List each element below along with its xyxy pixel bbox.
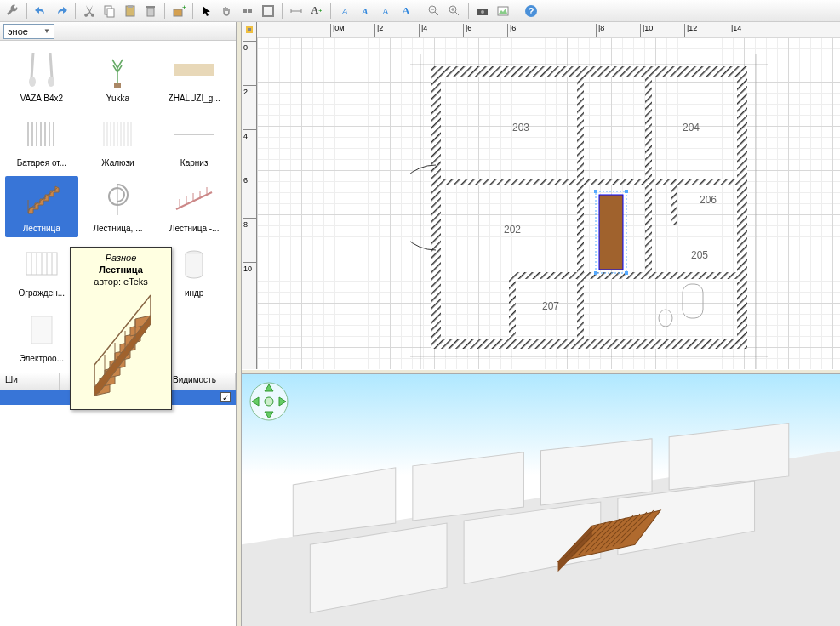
furniture-item[interactable]: Карниз xyxy=(157,111,231,172)
dimension-icon[interactable] xyxy=(287,2,306,20)
wrench-icon[interactable] xyxy=(3,2,22,20)
svg-rect-1 xyxy=(107,9,114,17)
zoom-out-icon[interactable] xyxy=(425,2,443,20)
text-style4-icon[interactable]: A xyxy=(397,2,415,20)
svg-point-12 xyxy=(481,10,484,14)
svg-point-79 xyxy=(659,310,672,327)
selected-stairs[interactable] xyxy=(594,190,628,275)
svg-text:?: ? xyxy=(529,6,534,16)
select-icon[interactable] xyxy=(197,2,216,20)
svg-rect-53 xyxy=(31,316,52,344)
svg-text:207: 207 xyxy=(542,300,559,312)
furniture-item[interactable]: Лестница -... xyxy=(157,176,231,237)
redo-icon[interactable] xyxy=(52,2,71,20)
furniture-item[interactable]: Лестница, ... xyxy=(82,176,155,237)
copy-icon[interactable] xyxy=(100,2,119,20)
undo-icon[interactable] xyxy=(31,2,50,20)
furniture-item[interactable]: Батарея от... xyxy=(5,111,78,172)
furniture-item[interactable]: Yukka xyxy=(82,46,155,107)
svg-text:204: 204 xyxy=(683,122,700,134)
view-3d[interactable] xyxy=(242,374,840,626)
svg-marker-114 xyxy=(94,316,151,396)
furniture-item[interactable]: Жалюзи xyxy=(82,111,155,172)
svg-rect-13 xyxy=(498,7,508,15)
delete-icon[interactable] xyxy=(141,2,160,20)
svg-point-85 xyxy=(265,397,273,406)
photo-icon[interactable] xyxy=(494,2,512,20)
pan-icon[interactable] xyxy=(218,2,237,20)
svg-rect-76 xyxy=(594,271,597,275)
category-dropdown[interactable]: эное xyxy=(3,24,54,39)
svg-rect-4 xyxy=(147,8,154,16)
plan-view[interactable]: |0м|2|4|6|6|8|10|12|14 0246810 xyxy=(242,22,840,369)
right-panel: |0м|2|4|6|6|8|10|12|14 0246810 xyxy=(242,22,840,626)
svg-text:+: + xyxy=(182,4,186,11)
floorplan: 203 204 202 201 206 205 207 xyxy=(410,54,768,369)
cut-icon[interactable] xyxy=(80,2,99,20)
svg-rect-78 xyxy=(683,284,703,318)
svg-rect-74 xyxy=(594,190,597,193)
text-style3-icon[interactable]: A xyxy=(376,2,395,20)
svg-rect-3 xyxy=(128,5,133,8)
furniture-item-selected[interactable]: Лестница xyxy=(5,176,78,237)
category-bar: эное xyxy=(0,22,236,41)
svg-rect-18 xyxy=(114,83,121,88)
svg-point-17 xyxy=(48,77,54,87)
visibility-checkbox[interactable]: ✓ xyxy=(220,392,231,402)
zoom-in-icon[interactable] xyxy=(445,2,464,20)
svg-rect-8 xyxy=(263,6,273,16)
nav-compass[interactable] xyxy=(249,381,289,422)
add-furniture-icon[interactable]: + xyxy=(169,2,188,20)
camera-icon[interactable] xyxy=(473,2,492,20)
help-icon[interactable]: ? xyxy=(522,2,540,20)
text-style1-icon[interactable]: A xyxy=(335,2,354,20)
furniture-item[interactable]: VAZA B4x2 xyxy=(5,46,78,107)
svg-rect-5 xyxy=(146,6,155,8)
svg-rect-6 xyxy=(174,9,182,16)
furniture-tooltip: - Разное - Лестница автор: eTeks xyxy=(70,247,172,410)
plan-canvas[interactable]: 203 204 202 201 206 205 207 xyxy=(257,37,840,369)
svg-text:206: 206 xyxy=(700,194,717,206)
furniture-item[interactable]: Электроо... xyxy=(5,306,78,367)
svg-text:203: 203 xyxy=(512,122,529,134)
svg-point-16 xyxy=(29,77,36,87)
paste-icon[interactable] xyxy=(121,2,140,20)
furniture-item[interactable]: ZHALUZI_g... xyxy=(157,46,231,107)
svg-text:202: 202 xyxy=(504,224,521,236)
room-icon[interactable] xyxy=(259,2,277,20)
main-toolbar: + A+ A A A A ? xyxy=(0,0,840,22)
svg-rect-77 xyxy=(625,271,628,275)
furniture-item[interactable]: Огражден... xyxy=(5,241,78,302)
svg-rect-56 xyxy=(436,71,742,344)
ruler-corner xyxy=(242,22,257,37)
wall-icon[interactable] xyxy=(238,2,257,20)
ruler-vertical: 0246810 xyxy=(242,37,257,369)
svg-line-38 xyxy=(28,188,57,210)
svg-rect-19 xyxy=(174,64,214,76)
svg-rect-72 xyxy=(599,195,623,270)
svg-rect-75 xyxy=(625,190,628,193)
ruler-horizontal: |0м|2|4|6|6|8|10|12|14 xyxy=(257,22,840,37)
text-icon[interactable]: A+ xyxy=(307,2,326,20)
svg-text:205: 205 xyxy=(691,249,708,261)
text-style2-icon[interactable]: A xyxy=(356,2,374,20)
